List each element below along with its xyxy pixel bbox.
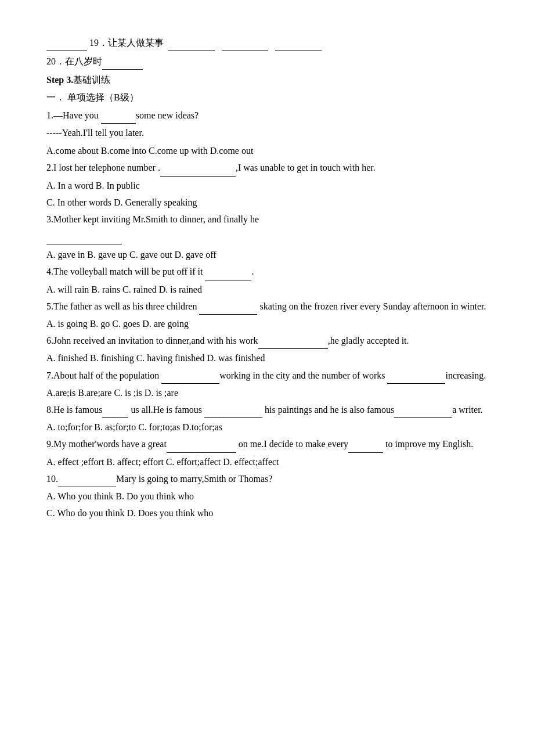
q8-line1: 8.He is famous us all.He is famous his p… (46, 402, 488, 418)
q7-part2: working in the city and the number of wo… (219, 370, 387, 380)
q3-options: A. gave in B. gave up C. gave out D. gav… (46, 247, 488, 262)
q7-blank1 (161, 368, 219, 384)
line19-prefix-underline (46, 35, 87, 51)
q8-part2: us all.He is famous (128, 405, 204, 415)
q2-options1: A. In a word B. In public (46, 178, 488, 193)
q5-part1: 5.The father as well as his three childr… (46, 301, 199, 311)
q10-opts1-text: A. Who you think B. Do you think who (46, 491, 194, 501)
q6-line1: 6.John received an invitation to dinner,… (46, 333, 488, 349)
q10-part1: Mary is going to marry,Smith or Thomas? (116, 474, 272, 484)
q1-line2: -----Yeah.I'll tell you later. (46, 125, 488, 141)
q2-part1: 2.I lost her telephone number . (46, 163, 160, 172)
q6-part2: ,he gladly accepted it. (328, 336, 409, 345)
q4-line1: 4.The volleyball match will be put off i… (46, 264, 488, 280)
q6-part1: 6.John received an invitation to dinner,… (46, 336, 258, 345)
q8-part1: 8.He is famous (46, 405, 102, 415)
q8-blank1 (102, 402, 128, 418)
q2-part2: ,I was unable to get in touch with her. (236, 163, 376, 172)
q6-opts-text: A. finished B. finishing C. having finis… (46, 353, 265, 363)
line-19: 19．让某人做某事 (46, 35, 488, 51)
q4-part1: 4.The volleyball match will be put off i… (46, 267, 205, 276)
line-20: 20．在八岁时 (46, 53, 488, 70)
q6-options: A. finished B. finishing C. having finis… (46, 350, 488, 366)
q7-opts-text: A.are;is B.are;are C. is ;is D. is ;are (46, 388, 178, 398)
q9-options: A. effect ;effort B. affect; effort C. e… (46, 454, 488, 470)
q7-blank2 (387, 368, 445, 384)
q9-line1: 9.My mother'words have a great on me.I d… (46, 436, 488, 452)
q7-options: A.are;is B.are;are C. is ;is D. is ;are (46, 385, 488, 401)
page-content: 19．让某人做某事 20．在八岁时 Step 3.基础训练 一． 单项选择（B级… (46, 35, 488, 521)
q8-blank2 (204, 402, 262, 418)
q1-options-text: A.come about B.come into C.come up with … (46, 146, 253, 156)
q2-opts2-text: C. In other words D. Generally speaking (46, 197, 197, 207)
step3-label: 基础训练 (73, 75, 110, 85)
q8-blank3 (394, 402, 452, 418)
q10-num: 10. (46, 474, 58, 484)
q1-text-part2: some new ideas? (136, 110, 199, 120)
q5-options: A. is going B. go C. goes D. are going (46, 316, 488, 332)
q9-blank2 (348, 436, 383, 452)
section1-header: 一． 单项选择（B级） (46, 89, 488, 105)
q9-part1: 9.My mother'words have a great (46, 439, 167, 449)
q5-opts-text: A. is going B. go C. goes D. are going (46, 319, 189, 329)
q10-blank (58, 471, 116, 487)
q9-part3: to improve my English. (383, 439, 473, 449)
q7-part1: 7.About half of the population (46, 370, 161, 380)
q6-blank (258, 333, 328, 349)
line19-blank2 (222, 35, 268, 51)
q10-options2: C. Who do you think D. Does you think wh… (46, 505, 488, 521)
q1-options: A.come about B.come into C.come up with … (46, 143, 488, 159)
q3-blank (46, 228, 122, 244)
q3-line2 (46, 228, 488, 244)
q1-text-part1: 1.—Have you (46, 110, 101, 120)
q10-options1: A. Who you think B. Do you think who (46, 488, 488, 504)
q8-part3: his paintings and he is also famous (262, 405, 394, 415)
q5-blank (199, 298, 257, 315)
q7-line1: 7.About half of the population working i… (46, 368, 488, 384)
q4-blank (205, 264, 251, 280)
q4-period: . (251, 267, 254, 276)
line19-text: 19．让某人做某事 (89, 38, 164, 48)
step3-bold: Step 3. (46, 75, 73, 85)
q9-blank1 (167, 436, 236, 452)
q9-part2: on me.I decide to make every (236, 439, 348, 449)
step3-header: Step 3.基础训练 (46, 72, 488, 88)
line20-text: 20．在八岁时 (46, 56, 102, 66)
q2-blank (160, 160, 236, 176)
q3-part1: 3.Mother kept inviting Mr.Smith to dinne… (46, 214, 259, 224)
q8-part4: a writer. (452, 405, 482, 415)
q8-options: A. to;for;for B. as;for;to C. for;to;as … (46, 419, 488, 435)
q1-yeah: -----Yeah.I'll tell you later. (46, 128, 144, 138)
q10-line1: 10. Mary is going to marry,Smith or Thom… (46, 471, 488, 487)
q3-opts-text: A. gave in B. gave up C. gave out D. gav… (46, 250, 217, 260)
q2-opts1-text: A. In a word B. In public (46, 181, 140, 190)
line19-blank3 (275, 35, 322, 51)
q1-line1: 1.—Have you some new ideas? (46, 107, 488, 124)
q5-line1: 5.The father as well as his three childr… (46, 298, 488, 315)
q2-options2: C. In other words D. Generally speaking (46, 195, 488, 210)
q4-options: A. will rain B. rains C. rained D. is ra… (46, 282, 488, 297)
q9-opts-text: A. effect ;effort B. affect; effort C. e… (46, 457, 279, 467)
q3-line1: 3.Mother kept inviting Mr.Smith to dinne… (46, 211, 488, 227)
line20-blank (102, 53, 143, 70)
q2-line1: 2.I lost her telephone number . ,I was u… (46, 160, 488, 176)
q7-part3: increasing. (445, 370, 486, 380)
q4-opts-text: A. will rain B. rains C. rained D. is ra… (46, 285, 202, 294)
q8-opts-text: A. to;for;for B. as;for;to C. for;to;as … (46, 422, 222, 432)
section1-text: 一． 单项选择（B级） (46, 92, 139, 102)
q10-opts2-text: C. Who do you think D. Does you think wh… (46, 508, 213, 518)
q1-blank (101, 107, 136, 124)
q5-part2: skating on the frozen river every Sunday… (257, 301, 486, 311)
line19-blank1 (168, 35, 215, 51)
